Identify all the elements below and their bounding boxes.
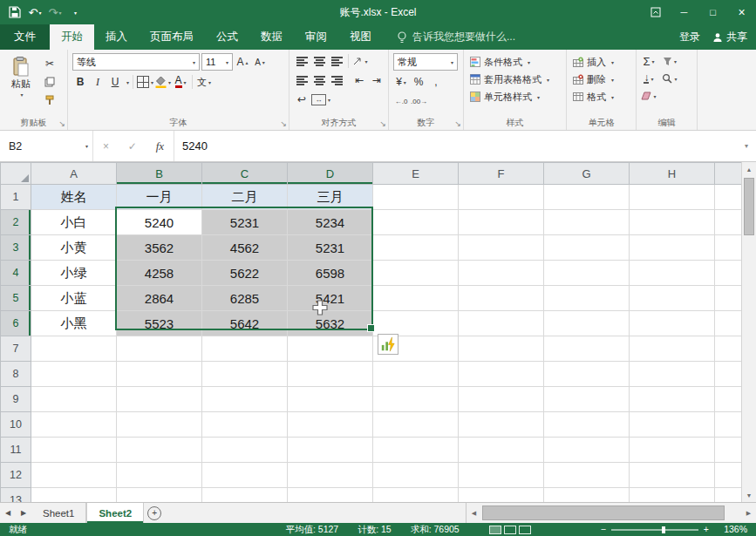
cell-E2[interactable]	[373, 210, 459, 235]
cell-C9[interactable]	[202, 387, 288, 412]
cell-I2[interactable]	[715, 210, 742, 235]
page-layout-view-button[interactable]	[504, 526, 516, 534]
cell-G5[interactable]	[544, 286, 630, 311]
cell-E11[interactable]	[373, 438, 459, 463]
merge-center-button[interactable]: ↔▾	[311, 92, 330, 107]
align-right-button[interactable]	[329, 72, 344, 88]
underline-button[interactable]: U	[107, 74, 123, 90]
cell-C13[interactable]	[202, 488, 288, 503]
horizontal-scroll-thumb[interactable]	[482, 505, 725, 520]
ribbon-display-options-button[interactable]	[641, 0, 670, 24]
cell-B9[interactable]	[117, 387, 202, 412]
cell-B5[interactable]: 2864	[117, 286, 202, 311]
cell-H9[interactable]	[630, 387, 715, 412]
cell-D9[interactable]	[288, 387, 373, 412]
row-header-10[interactable]: 10	[1, 412, 31, 438]
autosum-button[interactable]: Σ▾	[641, 53, 657, 69]
cell-F4[interactable]	[459, 261, 544, 286]
formula-input[interactable]: 5240	[174, 131, 737, 161]
redo-dropdown-icon[interactable]: ▾	[58, 10, 61, 16]
cell-F10[interactable]	[459, 412, 544, 438]
format-cells-button[interactable]: 格式▾	[571, 88, 632, 105]
scroll-up-arrow-icon[interactable]: ▲	[742, 162, 756, 176]
cell-E4[interactable]	[373, 261, 459, 286]
cell-A9[interactable]	[31, 387, 117, 412]
row-header-13[interactable]: 13	[1, 488, 31, 503]
tab-file[interactable]: 文件	[0, 24, 50, 50]
cell-B2[interactable]: 5240	[117, 210, 202, 235]
bottom-align-button[interactable]	[329, 53, 344, 69]
cell-G10[interactable]	[544, 412, 630, 438]
sort-filter-button[interactable]: ▾	[662, 53, 678, 69]
sheet-tab-Sheet1[interactable]: Sheet1	[31, 503, 86, 523]
cell-A7[interactable]	[31, 336, 117, 362]
cell-C6[interactable]: 5642	[202, 311, 288, 336]
zoom-slider[interactable]	[611, 529, 698, 531]
enter-button[interactable]: ✓	[128, 140, 137, 153]
cell-B12[interactable]	[117, 463, 202, 488]
number-dialog-launcher[interactable]: ↘	[454, 120, 461, 128]
cell-A12[interactable]	[31, 463, 117, 488]
cell-I9[interactable]	[715, 387, 742, 412]
alignment-dialog-launcher[interactable]: ↘	[379, 120, 386, 128]
find-select-button[interactable]: ▾	[662, 71, 678, 86]
cell-C1[interactable]: 二月	[202, 185, 288, 210]
scroll-right-arrow-icon[interactable]: ▶	[741, 503, 756, 523]
cell-I4[interactable]	[715, 261, 742, 286]
name-box-dropdown-icon[interactable]: ▾	[85, 143, 88, 149]
ribbon-tab-插入[interactable]: 插入	[94, 24, 139, 50]
cell-B6[interactable]: 5523	[117, 311, 202, 336]
cell-C10[interactable]	[202, 412, 288, 438]
cell-A5[interactable]: 小蓝	[31, 286, 117, 311]
cell-F6[interactable]	[459, 311, 544, 336]
customize-qat-button[interactable]: ▾	[66, 3, 84, 22]
cell-A10[interactable]	[31, 412, 117, 438]
cell-A4[interactable]: 小绿	[31, 261, 117, 286]
cell-B13[interactable]	[117, 488, 202, 503]
insert-function-button[interactable]: fx	[156, 139, 164, 153]
zoom-slider-thumb[interactable]	[662, 526, 665, 533]
borders-button[interactable]: ▾	[137, 74, 153, 90]
cell-B7[interactable]	[117, 336, 202, 362]
font-color-button[interactable]: A▾	[173, 74, 188, 90]
column-header-C[interactable]: C	[202, 163, 288, 185]
cell-E12[interactable]	[373, 463, 459, 488]
cell-G11[interactable]	[544, 438, 630, 463]
cell-E1[interactable]	[373, 185, 459, 210]
cell-C5[interactable]: 6285	[202, 286, 288, 311]
paste-button[interactable]: 粘贴 ▾	[4, 53, 37, 114]
cell-H3[interactable]	[630, 235, 715, 261]
row-header-7[interactable]: 7	[1, 336, 31, 362]
insert-cells-button[interactable]: 插入▾	[571, 53, 632, 71]
cell-E13[interactable]	[373, 488, 459, 503]
tell-me-box[interactable]: 告诉我您想要做什么...	[397, 24, 515, 50]
copy-button[interactable]	[42, 74, 58, 90]
cell-B8[interactable]	[117, 362, 202, 387]
row-header-9[interactable]: 9	[1, 387, 31, 412]
cell-C2[interactable]: 5231	[202, 210, 288, 235]
cell-C8[interactable]	[202, 362, 288, 387]
column-header-H[interactable]: H	[630, 163, 715, 185]
share-button[interactable]: 共享	[711, 24, 756, 50]
row-header-1[interactable]: 1	[1, 185, 31, 210]
cell-I12[interactable]	[715, 463, 742, 488]
column-header-A[interactable]: A	[31, 163, 117, 185]
font-size-select[interactable]: 11▾	[201, 53, 233, 71]
vertical-scrollbar[interactable]: ▲ ▼	[741, 162, 756, 502]
row-header-8[interactable]: 8	[1, 362, 31, 387]
cell-G8[interactable]	[544, 362, 630, 387]
decrease-indent-button[interactable]: ⇤	[351, 72, 367, 88]
cell-F5[interactable]	[459, 286, 544, 311]
cell-H2[interactable]	[630, 210, 715, 235]
column-header-B[interactable]: B	[117, 163, 202, 185]
cell-I10[interactable]	[715, 412, 742, 438]
cell-G3[interactable]	[544, 235, 630, 261]
cell-E6[interactable]	[373, 311, 459, 336]
row-header-12[interactable]: 12	[1, 463, 31, 488]
number-format-select[interactable]: 常规▾	[393, 53, 458, 71]
cancel-button[interactable]: ×	[103, 140, 109, 153]
sign-in-button[interactable]: 登录	[669, 24, 711, 50]
column-header-D[interactable]: D	[288, 163, 373, 185]
row-header-5[interactable]: 5	[1, 286, 31, 311]
font-name-select[interactable]: 等线▾	[72, 53, 200, 71]
